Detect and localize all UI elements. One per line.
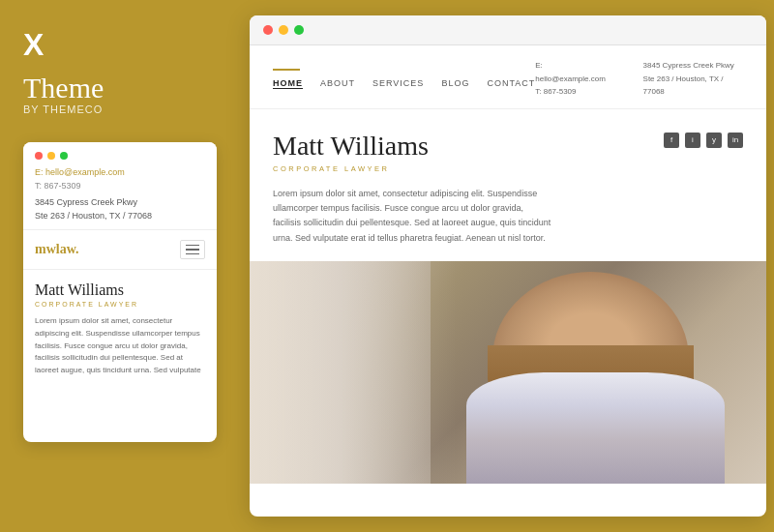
mobile-close-dot: [35, 152, 43, 160]
mobile-phone: T: 867-5309: [35, 179, 205, 192]
mobile-contact-info: E: hello@example.com T: 867-5309 3845 Cy…: [35, 165, 205, 223]
desktop-phone: T: 867-5309: [535, 85, 611, 99]
mobile-minimize-dot: [47, 152, 55, 160]
mobile-navbar: mwlaw.: [23, 230, 217, 271]
nav-link-services[interactable]: SERVICES: [372, 78, 424, 89]
desktop-topbar: [250, 15, 766, 45]
desktop-contact-email-block: E: hello@example.com T: 867-5309: [535, 59, 611, 99]
nav-link-contact[interactable]: CONTACT: [487, 78, 535, 89]
desktop-nav-links: HOME ABOUT SERVICES BLOG CONTACT: [273, 78, 535, 89]
desktop-hero-role: Corporate Lawyer: [273, 164, 664, 173]
desktop-hero-section: Matt Williams Corporate Lawyer Lorem ips…: [250, 109, 766, 261]
desktop-address-line1: 3845 Cypress Creek Pkwy: [643, 59, 743, 73]
hamburger-line-3: [186, 253, 199, 255]
mobile-body-text: Lorem ipsum dolor sit amet, consectetur …: [35, 315, 205, 377]
nav-link-blog[interactable]: BLOG: [441, 78, 469, 89]
desktop-nav-right: E: hello@example.com T: 867-5309 3845 Cy…: [535, 59, 743, 99]
desktop-preview: HOME ABOUT SERVICES BLOG CONTACT E: hell…: [250, 15, 766, 517]
photo-background: [250, 261, 766, 484]
mobile-menu-button[interactable]: [180, 240, 205, 260]
desktop-social-icons: f i y in: [664, 133, 743, 148]
sidebar-byline: By THEMECO: [23, 103, 217, 115]
mobile-brand: mwlaw.: [35, 242, 79, 257]
mobile-topbar: E: hello@example.com T: 867-5309 3845 Cy…: [23, 142, 217, 230]
sidebar: X Theme By THEMECO E: hello@example.com …: [0, 0, 240, 532]
desktop-photo-section: [250, 261, 766, 484]
mobile-hero-name: Matt Williams: [35, 281, 205, 299]
desktop-logo-line: [273, 69, 300, 71]
mobile-hero-role: Corporate Lawyer: [35, 301, 205, 308]
nav-link-about[interactable]: ABOUT: [320, 78, 355, 89]
facebook-icon[interactable]: f: [664, 133, 679, 148]
mobile-address-line1: 3845 Cypress Creek Pkwy: [35, 195, 205, 209]
photo-overlay: [250, 261, 457, 484]
desktop-hero-name: Matt Williams: [273, 131, 664, 162]
desktop-email: E: hello@example.com: [535, 59, 611, 85]
mobile-address-line2: Ste 263 / Houston, TX / 77068: [35, 209, 205, 222]
instagram-icon[interactable]: i: [685, 133, 700, 148]
desktop-content: HOME ABOUT SERVICES BLOG CONTACT E: hell…: [250, 45, 766, 516]
sidebar-title: Theme: [23, 72, 217, 103]
desktop-nav-left: HOME ABOUT SERVICES BLOG CONTACT: [273, 69, 535, 89]
desktop-contact-address-block: 3845 Cypress Creek Pkwy Ste 263 / Housto…: [643, 59, 743, 99]
mobile-maximize-dot: [60, 152, 68, 160]
desktop-hero-body: Lorem ipsum dolor sit amet, consectetur …: [273, 187, 553, 246]
desktop-maximize-dot: [294, 25, 304, 35]
sidebar-logo: X: [23, 29, 217, 60]
hamburger-line-1: [186, 245, 199, 247]
nav-link-home[interactable]: HOME: [273, 78, 303, 89]
mobile-preview-card: E: hello@example.com T: 867-5309 3845 Cy…: [23, 142, 217, 442]
mobile-email: E: hello@example.com: [35, 165, 205, 179]
photo-body: [466, 372, 725, 484]
hamburger-line-2: [186, 249, 199, 251]
mobile-window-controls: [35, 152, 205, 160]
mobile-content: Matt Williams Corporate Lawyer Lorem ips…: [23, 270, 217, 389]
linkedin-icon[interactable]: in: [728, 133, 743, 148]
logo-x: X: [23, 29, 44, 60]
desktop-close-dot: [263, 25, 273, 35]
mobile-address: 3845 Cypress Creek Pkwy Ste 263 / Housto…: [35, 195, 205, 223]
desktop-hero-text: Matt Williams Corporate Lawyer Lorem ips…: [273, 131, 664, 246]
desktop-minimize-dot: [279, 25, 288, 35]
desktop-nav: HOME ABOUT SERVICES BLOG CONTACT E: hell…: [250, 45, 766, 109]
desktop-address-line2: Ste 263 / Houston, TX / 77068: [643, 73, 743, 99]
youtube-icon[interactable]: y: [706, 133, 722, 148]
